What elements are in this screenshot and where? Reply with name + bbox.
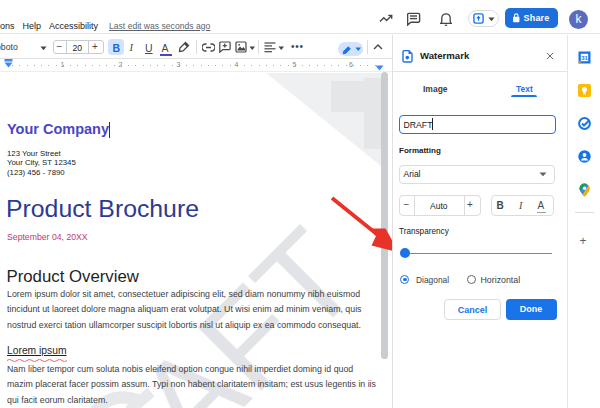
svg-text:31: 31 [581,54,588,60]
